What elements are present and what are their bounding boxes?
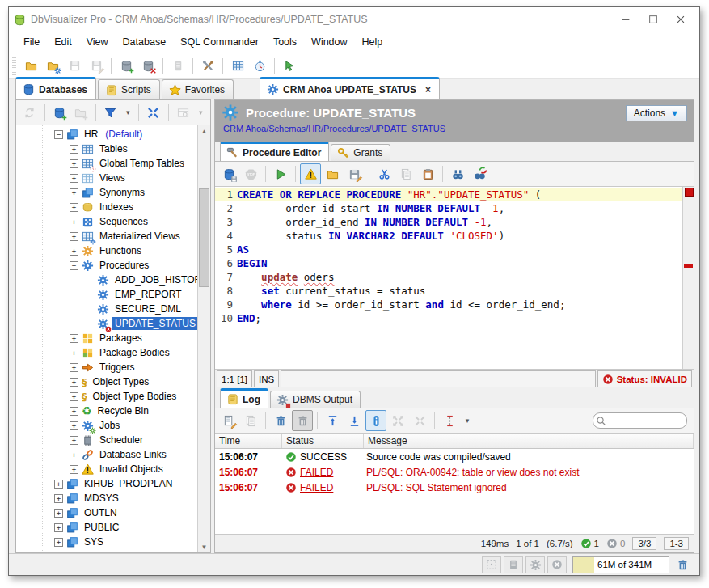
tab-favorites[interactable]: Favorites (162, 79, 234, 99)
open-settings-button[interactable] (42, 56, 63, 77)
db-server-button[interactable] (167, 56, 188, 77)
save-db-button[interactable] (218, 163, 239, 184)
expand-icon[interactable]: + (70, 188, 78, 197)
tree-item-add-job-history[interactable]: ADD_JOB_HISTORY (16, 273, 197, 287)
scroll-down-icon[interactable]: ▼ (201, 541, 208, 552)
open-file-button[interactable] (20, 56, 41, 77)
column-header-message[interactable]: Message (364, 434, 694, 448)
tree-item-sys[interactable]: +SYS (16, 535, 197, 549)
tree-item-jobs[interactable]: +Jobs (16, 418, 197, 433)
error-stripe-mark[interactable] (684, 264, 693, 268)
tab-log[interactable]: Log (220, 388, 268, 408)
warning-button[interactable] (300, 163, 321, 184)
garbage-collect-button[interactable] (672, 554, 693, 575)
move-top-button[interactable] (322, 410, 343, 431)
column-header-time[interactable]: Time (215, 434, 282, 448)
code-line-7[interactable]: 7 update oders (215, 270, 682, 284)
tree-item-database-links[interactable]: +Database Links (16, 447, 197, 462)
maximize-button[interactable] (639, 9, 667, 30)
expand-icon[interactable]: + (70, 334, 78, 343)
stop-button[interactable]: STOP (240, 163, 261, 184)
memory-indicator[interactable]: 61M of 341M (572, 556, 669, 573)
fit-expand-button[interactable] (387, 410, 408, 431)
export-edit-button[interactable] (218, 410, 239, 431)
save-button[interactable] (64, 56, 85, 77)
copy-button[interactable] (240, 410, 261, 431)
tree-item-secure-dml[interactable]: SECURE_DML (16, 302, 197, 316)
save-as-button[interactable] (344, 163, 365, 184)
code-line-4[interactable]: 4 status IN VARCHAR2 DEFAULT 'CLOSED') (215, 229, 682, 243)
menu-file[interactable]: File (17, 34, 46, 50)
paste-button[interactable] (417, 163, 438, 184)
tab-databases[interactable]: Databases (15, 77, 96, 99)
object-tab-crm-ahoa-update-status[interactable]: CRM Ahoa UPDATE_STATUS× (260, 77, 440, 99)
expand-icon[interactable]: + (54, 509, 63, 518)
collapse-icon[interactable]: − (70, 261, 78, 270)
code-line-6[interactable]: 6BEGIN (215, 256, 682, 270)
log-search-box[interactable] (593, 412, 687, 429)
pane-preview-button[interactable] (173, 102, 194, 123)
tree-item-scheduler[interactable]: +Scheduler (16, 433, 197, 447)
code-line-9[interactable]: 9 where id >= order_id_start and id <= o… (215, 298, 682, 311)
menu-help[interactable]: Help (356, 34, 390, 50)
menu-tools[interactable]: Tools (267, 34, 303, 50)
expand-icon[interactable]: + (70, 349, 78, 357)
log-row[interactable]: 15:06:07FAILEDPL/SQL: ORA-00942: table o… (215, 464, 694, 480)
x-circle-gray-button[interactable] (547, 556, 567, 573)
tree-item-synonyms[interactable]: +Synonyms (16, 185, 197, 200)
expand-icon[interactable]: + (70, 159, 78, 168)
tree-item-update-status[interactable]: UPDATE_STATUS (16, 316, 197, 331)
tree-item-invalid-objects[interactable]: +Invalid Objects (16, 462, 197, 476)
log-row[interactable]: 15:06:07SUCCESSSource code was compiled/… (215, 449, 694, 464)
expand-icon[interactable]: + (70, 392, 78, 401)
expand-icon[interactable]: + (70, 378, 78, 387)
log-table-header[interactable]: TimeStatusMessage (215, 434, 694, 449)
copy-button[interactable] (395, 163, 416, 184)
tree-item-kihub-prodplan[interactable]: +KIHUB_PRODPLAN (16, 476, 197, 491)
new-connection-button[interactable] (49, 102, 70, 123)
code-line-1[interactable]: 1CREATE OR REPLACE PROCEDURE "HR"."UPDAT… (215, 188, 682, 201)
expand-icon[interactable]: + (70, 407, 78, 416)
tree-item-mdsys[interactable]: +MDSYS (16, 491, 197, 506)
expand-icon[interactable]: + (70, 218, 78, 226)
save-as-button[interactable] (86, 56, 107, 77)
caret-down-button[interactable]: ▾ (194, 102, 207, 123)
caret-down-button[interactable]: ▾ (121, 102, 134, 123)
tree-item-global-temp-tables[interactable]: +Global Temp Tables (16, 156, 197, 171)
collapse-all-button[interactable] (143, 102, 164, 123)
tree-item-object-type-bodies[interactable]: +§Object Type Bodies (16, 389, 197, 404)
code-line-2[interactable]: 2 order_id_start IN NUMBER DEFAULT -1, (215, 201, 682, 215)
tree-item-packages[interactable]: +Packages (16, 331, 197, 345)
move-bottom-button[interactable] (344, 410, 365, 431)
fit-collapse-button[interactable] (409, 410, 430, 431)
tree-item-tables[interactable]: +Tables (16, 142, 197, 156)
minimize-button[interactable] (612, 9, 639, 30)
tree-item-emp-report[interactable]: EMP_REPORT (16, 287, 197, 302)
collapse-icon[interactable]: − (54, 130, 63, 139)
tree-item-outln[interactable]: +OUTLN (16, 506, 197, 520)
tree-item-views[interactable]: +Views (16, 171, 197, 185)
find-replace-button[interactable] (469, 163, 490, 184)
close-button[interactable] (667, 9, 694, 30)
tab-scripts[interactable]: Scripts (98, 79, 160, 99)
log-row[interactable]: 15:06:07FAILEDPL/SQL: SQL Statement igno… (215, 480, 694, 495)
menu-database[interactable]: Database (116, 34, 173, 50)
connect-button[interactable] (116, 56, 137, 77)
row-height-button[interactable] (439, 410, 460, 431)
tree-item-indexes[interactable]: +Indexes (16, 200, 197, 214)
binoculars-button[interactable] (447, 163, 468, 184)
code-line-10[interactable]: 10END; (215, 311, 682, 325)
filter-button[interactable] (100, 102, 121, 123)
column-header-status[interactable]: Status (282, 434, 364, 448)
caret-down-button[interactable]: ▾ (461, 410, 474, 431)
expand-icon[interactable]: + (70, 247, 78, 256)
menu-edit[interactable]: Edit (48, 34, 78, 50)
trash-button[interactable] (270, 410, 291, 431)
trash-selected-button[interactable] (292, 410, 313, 431)
actions-button[interactable]: Actions ▼ (626, 105, 687, 121)
expand-icon[interactable]: + (70, 421, 78, 430)
cut-button[interactable] (373, 163, 395, 184)
tree-scrollbar[interactable]: ▲ ▼ (197, 125, 210, 552)
expand-icon[interactable]: + (70, 465, 78, 474)
tab-dbms-output[interactable]: DBMS Output (270, 391, 361, 408)
